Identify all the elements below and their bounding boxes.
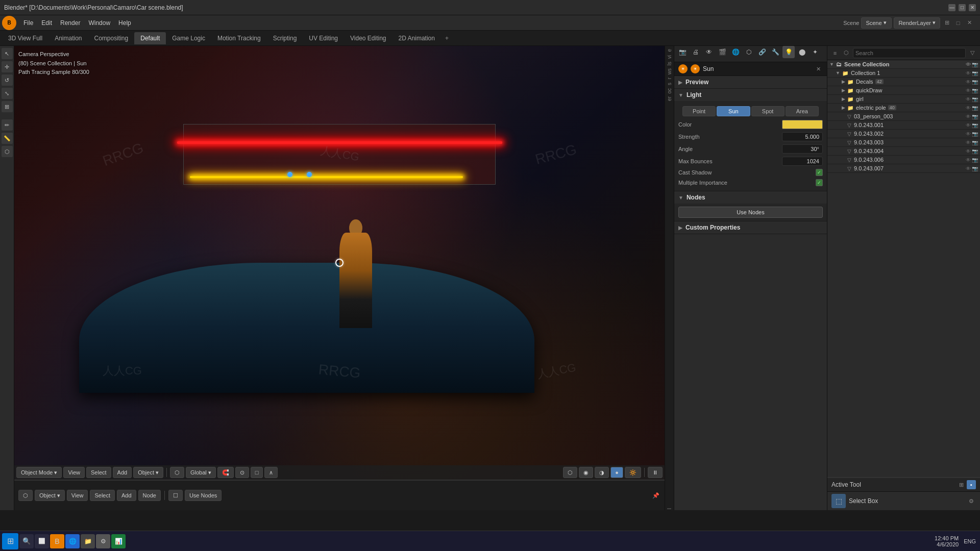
use-nodes-button[interactable]: Use Nodes (678, 207, 823, 218)
viewport-shading-eevee[interactable]: 🔆 (625, 467, 641, 478)
angle-input[interactable]: 30° (782, 144, 823, 154)
vis-cam-006[interactable]: 📷 (972, 157, 978, 163)
vis-cam-girl[interactable]: 📷 (972, 96, 978, 102)
viewport-icon2[interactable]: ∧ (264, 467, 278, 478)
node-add-menu[interactable]: Add (117, 490, 136, 501)
tool-transform[interactable]: ⊞ (2, 101, 13, 112)
nodes-section-header[interactable]: ▼ Nodes (674, 191, 827, 204)
vis-eye-004[interactable]: 👁 (966, 148, 971, 154)
tab-compositing[interactable]: Compositing (88, 32, 135, 44)
vis-eye-002[interactable]: 👁 (966, 131, 971, 137)
side-strip-label-oc[interactable]: oc (666, 87, 673, 95)
outline-9243007[interactable]: ▶ ▽ 9.0.243.007 👁 📷 (827, 164, 980, 173)
outline-collection1[interactable]: ▼ 📁 Collection 1 👁 📷 (827, 69, 980, 78)
viewport-shading-wire[interactable]: ⬡ (563, 467, 577, 478)
outline-girl[interactable]: ▶ 📁 girl 👁 📷 (827, 95, 980, 104)
vis-eye-006[interactable]: 👁 (966, 157, 971, 163)
outliner-type-icon[interactable]: ⬡ (842, 48, 851, 58)
vis-cam-004[interactable]: 📷 (972, 148, 978, 154)
vis-cam-c1[interactable]: 📷 (972, 70, 978, 76)
search-button[interactable]: 🔍 (19, 534, 34, 548)
tab-3dviewfull[interactable]: 3D View Full (2, 32, 48, 44)
snap-toggle[interactable]: 🧲 (217, 467, 234, 478)
menu-help[interactable]: Help (114, 17, 135, 29)
viewport-shading-material[interactable]: ◑ (595, 467, 609, 478)
light-color-picker[interactable] (782, 120, 823, 129)
tool-move[interactable]: ✛ (2, 61, 13, 72)
tab-animation[interactable]: Animation (48, 32, 88, 44)
outline-9243006[interactable]: ▶ ▽ 9.0.243.006 👁 📷 (827, 156, 980, 164)
multiimportance-checkbox[interactable]: ✓ (816, 179, 823, 186)
tab-gamelogic[interactable]: Game Logic (166, 32, 211, 44)
node-node-menu[interactable]: Node (138, 490, 161, 501)
viewport-shading-solid[interactable]: ◉ (579, 467, 593, 478)
prop-icon-view[interactable]: 👁 (703, 46, 715, 58)
side-strip-label-ws[interactable]: ws (666, 67, 673, 76)
taskbar-blender[interactable]: B (50, 534, 64, 548)
outliner-menu-icon[interactable]: ≡ (830, 48, 840, 58)
vis-eye-ep[interactable]: 👁 (966, 105, 971, 111)
outline-9243003[interactable]: ▶ ▽ 9.0.243.003 👁 📷 (827, 138, 980, 147)
prop-header-extra[interactable]: ✕ (814, 64, 823, 73)
3d-viewport[interactable]: RRCG 人人CG RRCG 人人CG RRCG 人人CG (14, 46, 665, 480)
prop-icon-modifiers[interactable]: 🔧 (769, 46, 781, 58)
topbar-icon-2[interactable]: □ (953, 18, 963, 28)
vis-eye-c1[interactable]: 👁 (966, 70, 971, 76)
vis-eye-003[interactable]: 👁 (966, 140, 971, 145)
prop-icon-scene[interactable]: 🎬 (716, 46, 728, 58)
light-type-area[interactable]: Area (786, 106, 819, 116)
outliner-search-input[interactable] (853, 48, 966, 58)
vis-cam-p3[interactable]: 📷 (972, 114, 978, 119)
light-type-spot[interactable]: Spot (751, 106, 785, 116)
vis-cam-007[interactable]: 📷 (972, 166, 978, 171)
outline-scene-collection[interactable]: ▼ 🗂 Scene Collection 👁 📷 (827, 60, 980, 69)
menu-render[interactable]: Render (56, 17, 84, 29)
minimize-button[interactable]: — (948, 4, 955, 11)
taskview-button[interactable]: ⬜ (35, 534, 49, 548)
light-type-point[interactable]: Point (682, 106, 716, 116)
tool-scale[interactable]: ⤡ (2, 88, 13, 99)
node-use-nodes[interactable]: Use Nodes (185, 490, 222, 501)
object-menu[interactable]: Object ▾ (133, 467, 163, 478)
menu-edit[interactable]: Edit (37, 17, 56, 29)
transform-origin[interactable]: ⬡ (170, 467, 184, 478)
mode-selector[interactable]: Object Mode ▾ (16, 467, 62, 478)
vis-cam-001[interactable]: 📷 (972, 122, 978, 128)
taskbar-app3[interactable]: 📁 (81, 534, 95, 548)
renderlayer-selector[interactable]: RenderLayer ▾ (894, 17, 940, 29)
vis-render-1[interactable]: 📷 (972, 62, 978, 67)
prop-icon-constraints[interactable]: 🔗 (756, 46, 768, 58)
node-view-menu[interactable]: View (67, 490, 88, 501)
outline-9243004[interactable]: ▶ ▽ 9.0.243.004 👁 📷 (827, 147, 980, 156)
node-object-selector[interactable]: Object ▾ (35, 490, 65, 501)
strength-input[interactable]: 5.000 (782, 132, 823, 141)
vis-cam-003[interactable]: 📷 (972, 140, 978, 145)
tab-uvediting[interactable]: UV Editing (303, 32, 344, 44)
tool-measure[interactable]: 📏 (2, 133, 13, 144)
node-pin-icon[interactable]: 📌 (651, 491, 660, 500)
taskbar-app5[interactable]: 📊 (111, 534, 126, 548)
add-menu[interactable]: Add (113, 467, 132, 478)
outline-9243001[interactable]: ▶ ▽ 9.0.243.001 👁 📷 (827, 121, 980, 130)
side-strip-label-s[interactable]: s (666, 82, 673, 86)
prop-icon-object[interactable]: ⬡ (743, 46, 755, 58)
maxbounces-input[interactable]: 1024 (782, 157, 823, 166)
vis-cam-qd[interactable]: 📷 (972, 88, 978, 93)
tool-object[interactable]: ⬡ (2, 146, 13, 157)
prop-icon-output[interactable]: 🖨 (690, 46, 702, 58)
tab-videoediting[interactable]: Video Editing (344, 32, 393, 44)
vis-eye-decals[interactable]: 👁 (966, 79, 971, 85)
view-menu[interactable]: View (63, 467, 85, 478)
node-select-menu[interactable]: Select (90, 490, 115, 501)
tool-annotate[interactable]: ✏ (2, 119, 13, 131)
proportional-edit[interactable]: ⊙ (235, 467, 249, 478)
vis-eye-p3[interactable]: 👁 (966, 114, 971, 119)
light-section-header[interactable]: ▼ Light (674, 89, 827, 101)
side-strip-label-er[interactable]: er (666, 95, 673, 102)
topbar-icon-1[interactable]: ⊞ (942, 18, 951, 28)
close-button[interactable]: ✕ (969, 4, 976, 11)
tab-scripting[interactable]: Scripting (267, 32, 303, 44)
vis-cam-ep[interactable]: 📷 (972, 105, 978, 111)
menu-file[interactable]: File (19, 17, 37, 29)
castshadow-checkbox[interactable]: ✓ (816, 169, 823, 176)
